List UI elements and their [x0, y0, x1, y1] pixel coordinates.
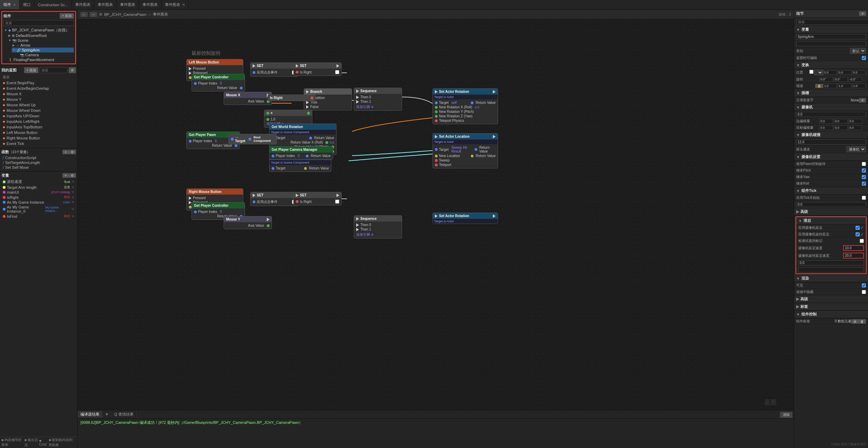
section-camera-settings[interactable]: ▼ 摄像机设置: [794, 153, 868, 161]
tab-event4[interactable]: 事件图表: [139, 0, 162, 9]
action-output[interactable]: ■ 输出日志: [25, 438, 38, 447]
prop-usepawn-checkbox[interactable]: [862, 162, 866, 166]
mygraph-add-button[interactable]: + 添加: [24, 67, 38, 73]
add-component-button[interactable]: + 添加: [60, 13, 74, 19]
variables-add-button[interactable]: +: [62, 173, 69, 178]
graph-left-mouse[interactable]: ◆ Left Mouse Button: [1, 130, 76, 135]
prop-targetoffset-z[interactable]: [848, 125, 862, 130]
node-sequence[interactable]: Sequence Then 0 Then 1 添加引脚 ⊕: [354, 88, 402, 111]
node-get-player-controller-lmb[interactable]: Get Player Controller Player Index 0 Ret…: [192, 74, 245, 91]
prop-sideoffset-y[interactable]: [834, 119, 848, 124]
prop-ucl-checkbox[interactable]: [856, 226, 860, 230]
section-render[interactable]: ▼ 渲染: [794, 275, 868, 282]
mygraph-search[interactable]: [40, 67, 67, 73]
prop-inheritroll-checkbox[interactable]: [862, 182, 866, 186]
graph-inputaxis-leftright[interactable]: ◆ InputAxis Left/Right: [1, 119, 76, 124]
prop-location-expand[interactable]: [809, 70, 813, 74]
tree-item-scene[interactable]: ▼ 📷 Scene: [8, 38, 74, 43]
prop-location-y[interactable]: [838, 70, 851, 75]
var-eye-icon4[interactable]: 👁: [71, 196, 75, 199]
var-wheelspeed[interactable]: 滚轮速度 float 👁: [1, 179, 76, 185]
node-set-actor-location[interactable]: Set Actor Location Target is Actor Targe…: [432, 133, 498, 168]
prop-location-z[interactable]: [852, 70, 866, 75]
graph-event-beginplay[interactable]: ◆ Event BeginPlay: [1, 80, 76, 86]
clear-button[interactable]: 清除: [780, 412, 792, 418]
var-targetarm[interactable]: Target Arm length 点击 👁: [1, 185, 76, 190]
prop-probesize-input[interactable]: [796, 139, 866, 145]
tab-find-results[interactable]: Q 查找结果: [111, 411, 137, 418]
nav-forward-button[interactable]: →: [90, 12, 97, 17]
tab-components[interactable]: 组件 ✕: [0, 0, 20, 9]
node-get-player-camera[interactable]: Get Player Camera Manager Player Index 0…: [269, 146, 333, 159]
prop-displaytext-input[interactable]: [796, 41, 866, 46]
var-eye-icon2[interactable]: 👁: [71, 186, 75, 189]
graph-event-tick[interactable]: ◆ Event Tick: [1, 141, 76, 146]
node-rmb-set1[interactable]: SET 应用点击事件: [250, 192, 299, 206]
prop-scale-z[interactable]: [852, 84, 866, 88]
func-construction[interactable]: 𝑓 ConstructionScript: [1, 155, 76, 160]
prop-inheritpitch-checkbox[interactable]: [862, 168, 866, 173]
node-isright[interactable]: Is Right: [267, 95, 316, 101]
var-eye-icon[interactable]: 👁: [71, 180, 75, 184]
prop-sideoffset-x[interactable]: [819, 119, 833, 124]
pin-rmbset2-checkbox[interactable]: [335, 199, 339, 204]
prop-cls-input[interactable]: [843, 245, 864, 251]
prop-tickinterval-input[interactable]: [796, 202, 866, 207]
seqbot-add-pin[interactable]: 添加引脚 ⊕: [356, 232, 400, 237]
prop-targetoffset-x[interactable]: [819, 125, 833, 130]
var-gameinstance0[interactable]: As My Game Instance_0 My Game Instanc...…: [1, 205, 76, 214]
tab-components-close[interactable]: ✕: [13, 3, 16, 7]
section-advanced2[interactable]: ▶ 高级: [794, 295, 868, 303]
right-panel-close[interactable]: ✕: [859, 11, 866, 16]
prop-visible-checkbox[interactable]: [862, 283, 866, 288]
breadcrumb-root[interactable]: BP_JCHY_CameraPawn: [104, 12, 146, 17]
tree-item-arrow[interactable]: ▶ → Arrow: [12, 43, 74, 48]
var-mainui[interactable]: mainUI JCHY UIWidg 👁: [1, 190, 76, 195]
prop-rotation-x[interactable]: [819, 77, 833, 82]
var-gameinstance[interactable]: As My Game Instance Actor 👁: [1, 200, 76, 205]
section-tags[interactable]: ▶ 标签: [794, 303, 868, 311]
node-sar-bottom[interactable]: Set Actor Rotation Target is Actor: [432, 213, 498, 224]
prop-crls-input[interactable]: [843, 253, 864, 259]
tab-event5[interactable]: 事件图表 ✕: [162, 0, 189, 9]
section-comp-control[interactable]: ▼ 组件控制: [794, 311, 868, 318]
node-set2[interactable]: SET Is Right: [293, 62, 342, 76]
pin-set2-checkbox[interactable]: [335, 70, 339, 74]
breadcrumb-current[interactable]: 事件图表: [153, 12, 168, 17]
prop-scale-x[interactable]: [823, 84, 837, 88]
tab-close-results[interactable]: ✕: [103, 411, 111, 417]
node-set-actor-rotation[interactable]: Set Actor Rotation Target is Actor Targe…: [432, 88, 498, 124]
node-set1[interactable]: SET 应用点击事件: [250, 62, 299, 77]
tab-compiler-results[interactable]: 编译器结果: [78, 411, 103, 418]
blueprint-canvas[interactable]: 鼠标控制旋转: [78, 19, 794, 410]
section-socket[interactable]: ▼ 插槽: [794, 89, 868, 97]
var-eye-icon3[interactable]: 👁: [71, 191, 75, 194]
node-mouse-x[interactable]: Mouse X Axis Value: [224, 92, 272, 105]
tree-item-springarm[interactable]: ▼ 🔗 SpringArm: [12, 48, 74, 52]
graph-inputaxis-updown[interactable]: ◆ InputAxis UP/Down: [1, 113, 76, 119]
prop-category-select[interactable]: 默认: [850, 48, 866, 54]
var-eye-icon5[interactable]: 👁: [71, 201, 75, 204]
prop-socket-clear[interactable]: ✕: [859, 98, 866, 103]
graph-mouse-x[interactable]: ◆ Mouse X: [1, 91, 76, 97]
tree-item-defaultsceneroot[interactable]: ▶ ⚙ DefaultSceneRoot: [8, 33, 74, 38]
components-search[interactable]: [3, 20, 74, 26]
right-search[interactable]: [796, 19, 868, 25]
graph-mouse-wheel-up[interactable]: ◆ Mouse Wheel Up: [1, 102, 76, 108]
section-camera-collision[interactable]: ▼ 摄像机碰撞: [794, 131, 868, 139]
nav-back-button[interactable]: ←: [80, 12, 88, 17]
var-isfind[interactable]: IsFind 布尔 👁: [1, 214, 76, 219]
prop-rotation-y[interactable]: [834, 77, 848, 82]
prop-clmd-input[interactable]: [798, 260, 864, 265]
prop-ct-input[interactable]: [798, 267, 864, 272]
node-root-component[interactable]: → Target Root Component: [228, 134, 277, 144]
graph-event-actoroverlap[interactable]: ◆ Event ActorBeginOverlap: [1, 86, 76, 91]
prop-location-x[interactable]: [823, 70, 837, 75]
prop-sideoffset-z[interactable]: [848, 119, 862, 124]
mygraph-settings-button[interactable]: ⚙: [69, 67, 76, 73]
node-sequence-bottom[interactable]: Sequence Then 0 Then 1 添加引脚 ⊕: [354, 215, 402, 238]
prop-rotation-z[interactable]: [848, 77, 862, 82]
section-camera[interactable]: ▼ 摄像机: [794, 104, 868, 111]
prop-hig-checkbox[interactable]: [862, 290, 866, 294]
func-setselfmove[interactable]: 𝑓 Set Self Move: [1, 165, 76, 170]
